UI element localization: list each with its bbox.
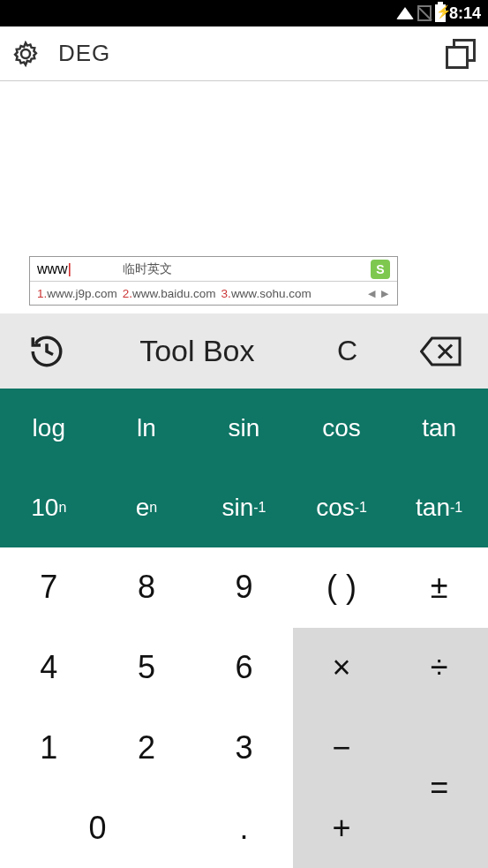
status-bar: 8:14 — [0, 0, 488, 26]
arctan-button[interactable]: tan-1 — [390, 468, 488, 547]
arcsin-button[interactable]: sin-1 — [195, 468, 293, 547]
key-plus-minus[interactable]: ± — [390, 547, 488, 628]
scientific-row-2: 10n en sin-1 cos-1 tan-1 — [0, 468, 488, 547]
app-header: DEG — [0, 26, 488, 81]
numeric-keypad: 7 8 9 ( ) ± 4 5 6 × ÷ 1 2 3 − = 0 . + — [0, 547, 488, 868]
key-8[interactable]: 8 — [98, 547, 196, 628]
key-6[interactable]: 6 — [195, 628, 293, 708]
no-sim-icon — [417, 5, 432, 21]
key-7[interactable]: 7 — [0, 547, 98, 628]
backspace-icon — [420, 335, 462, 368]
key-3[interactable]: 3 — [195, 708, 293, 789]
e-power-button[interactable]: en — [98, 468, 196, 547]
arccos-button[interactable]: cos-1 — [293, 468, 391, 547]
log-button[interactable]: log — [0, 389, 98, 468]
key-add[interactable]: + — [293, 788, 391, 868]
scientific-row-1: log ln sin cos tan — [0, 389, 488, 468]
sin-button[interactable]: sin — [195, 389, 293, 468]
key-divide[interactable]: ÷ — [390, 628, 488, 708]
status-time: 8:14 — [449, 4, 481, 23]
ime-candidate-box[interactable]: www| 临时英文 S 1.www.j9p.com 2.www.baidu.co… — [29, 256, 398, 306]
gear-icon — [12, 41, 39, 67]
toolbox-button[interactable]: Tool Box — [94, 334, 300, 368]
key-4[interactable]: 4 — [0, 628, 98, 708]
backspace-button[interactable] — [394, 335, 488, 368]
wifi-icon — [396, 7, 414, 19]
ime-suggestions[interactable]: 1.www.j9p.com 2.www.baidu.com 3.www.sohu… — [30, 282, 397, 305]
multi-window-button[interactable] — [446, 39, 476, 69]
cos-button[interactable]: cos — [293, 389, 391, 468]
battery-charging-icon — [435, 4, 446, 22]
clear-button[interactable]: C — [300, 335, 394, 367]
key-9[interactable]: 9 — [195, 547, 293, 628]
ten-power-button[interactable]: 10n — [0, 468, 98, 547]
calculator-toolbar: Tool Box C — [0, 313, 488, 389]
calculator-display: www| 临时英文 S 1.www.j9p.com 2.www.baidu.co… — [0, 81, 488, 313]
history-icon — [28, 333, 65, 370]
key-equals[interactable]: = — [390, 708, 488, 869]
key-0[interactable]: 0 — [0, 788, 195, 868]
key-decimal[interactable]: . — [195, 788, 293, 868]
settings-button[interactable] — [12, 41, 39, 67]
key-5[interactable]: 5 — [98, 628, 196, 708]
tan-button[interactable]: tan — [390, 389, 488, 468]
ime-mode-hint: 临时英文 — [123, 261, 172, 277]
key-subtract[interactable]: − — [293, 708, 391, 789]
key-1[interactable]: 1 — [0, 708, 98, 789]
ime-typed-text: www| — [37, 260, 71, 277]
key-parentheses[interactable]: ( ) — [293, 547, 391, 628]
angle-mode[interactable]: DEG — [58, 40, 110, 67]
key-2[interactable]: 2 — [98, 708, 196, 789]
key-multiply[interactable]: × — [293, 628, 391, 708]
ime-scroll-arrows[interactable]: ◀ ▶ — [368, 288, 390, 299]
ln-button[interactable]: ln — [98, 389, 196, 468]
history-button[interactable] — [0, 333, 94, 370]
ime-logo-icon: S — [371, 260, 390, 279]
